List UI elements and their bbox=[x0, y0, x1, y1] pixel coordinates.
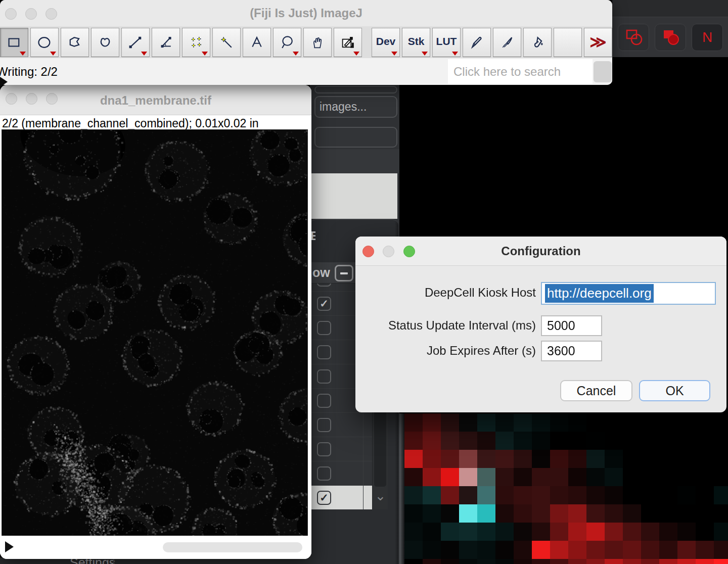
dropdown-arrow-icon bbox=[391, 52, 397, 56]
select-all-checkbox[interactable] bbox=[335, 265, 353, 281]
tool-rectangle[interactable] bbox=[0, 28, 28, 57]
image-window-title: dna1_membrane.tif bbox=[0, 93, 311, 108]
checkbox-unchecked[interactable] bbox=[317, 369, 331, 384]
desktop-button-shapes-filled-icon[interactable] bbox=[655, 24, 686, 51]
ok-button[interactable]: OK bbox=[639, 380, 710, 401]
panel-button-blank[interactable] bbox=[314, 127, 397, 148]
configuration-dialog: Configuration DeepCell Kiosk Host http:/… bbox=[355, 237, 726, 412]
search-side-box[interactable] bbox=[594, 61, 612, 82]
dropdown-arrow-icon bbox=[353, 52, 359, 56]
dropdown-arrow-icon bbox=[422, 52, 428, 56]
checkbox-checked[interactable]: ✓ bbox=[317, 297, 331, 311]
zoomed-pixel-image bbox=[404, 413, 728, 564]
dropdown-arrow-icon bbox=[293, 52, 299, 56]
more-tools-icon: ≫ bbox=[584, 32, 612, 52]
scroll-down-arrow-icon[interactable]: ⌄ bbox=[373, 488, 388, 504]
images-button-label: images... bbox=[320, 100, 367, 114]
desktop-button-n[interactable]: N bbox=[692, 24, 723, 51]
tool-polygon[interactable] bbox=[61, 28, 89, 57]
search-input[interactable] bbox=[448, 59, 593, 84]
cancel-button[interactable]: Cancel bbox=[560, 380, 632, 401]
dropdown-arrow-icon bbox=[20, 52, 26, 56]
interval-field-input[interactable] bbox=[541, 315, 602, 336]
tool-lut[interactable]: LUT bbox=[432, 28, 461, 57]
imagej-toolbar: DevStkLUT≫ bbox=[0, 26, 612, 58]
expires-field-label: Job Expires After (s) bbox=[364, 344, 536, 358]
panel-button-top-fragment[interactable] bbox=[314, 86, 397, 93]
tool-blank[interactable] bbox=[554, 28, 582, 57]
tool-picker[interactable] bbox=[334, 28, 362, 57]
show-column-label: ow bbox=[312, 265, 330, 280]
tool-wand[interactable] bbox=[212, 28, 241, 57]
dropdown-arrow-icon bbox=[141, 52, 147, 56]
imagej-titlebar[interactable]: (Fiji Is Just) ImageJ bbox=[0, 0, 612, 26]
imagej-status-row: Writing: 2/2 bbox=[0, 58, 612, 85]
desktop-menubar bbox=[612, 0, 728, 17]
panel-light-block bbox=[310, 173, 397, 219]
checkbox-unchecked[interactable] bbox=[317, 284, 331, 287]
image-window-titlebar[interactable]: dna1_membrane.tif bbox=[0, 85, 311, 115]
tool-oval[interactable] bbox=[30, 28, 59, 57]
tool-dev-label: Dev bbox=[372, 35, 399, 48]
tool-pencil[interactable] bbox=[463, 28, 491, 57]
tool-brush[interactable] bbox=[493, 28, 521, 57]
interval-field-label: Status Update Interval (ms) bbox=[364, 318, 536, 333]
tool-fill[interactable] bbox=[523, 28, 552, 57]
tool-stk[interactable]: Stk bbox=[402, 28, 430, 57]
tool-dev[interactable]: Dev bbox=[372, 28, 400, 57]
shapes-outline-icon bbox=[623, 28, 644, 47]
checkbox-unchecked[interactable] bbox=[317, 345, 331, 359]
dropdown-arrow-icon bbox=[452, 52, 458, 56]
checkbox-unchecked[interactable] bbox=[317, 321, 331, 335]
tool-angle[interactable] bbox=[152, 28, 180, 57]
background-window-edge bbox=[399, 413, 404, 564]
tool-zoom[interactable] bbox=[273, 28, 301, 57]
shapes-filled-icon bbox=[660, 28, 680, 47]
indeterminate-dash-icon bbox=[340, 272, 348, 274]
image-window-footer bbox=[0, 536, 311, 559]
checkbox-checked[interactable]: ✓ bbox=[317, 491, 331, 505]
tool-hand[interactable] bbox=[303, 28, 332, 57]
checkbox-unchecked[interactable] bbox=[317, 394, 331, 408]
checkbox-unchecked[interactable] bbox=[317, 442, 331, 456]
tool-lut-label: LUT bbox=[433, 35, 460, 48]
play-animation-icon[interactable] bbox=[5, 541, 14, 552]
n-icon: N bbox=[702, 29, 712, 45]
checkbox-unchecked[interactable] bbox=[317, 418, 331, 432]
panel-section bbox=[310, 149, 399, 173]
tool-stk-label: Stk bbox=[402, 35, 430, 48]
expires-field-input[interactable] bbox=[541, 341, 602, 361]
tool-text[interactable] bbox=[243, 28, 271, 57]
microscopy-image-canvas[interactable] bbox=[2, 130, 307, 536]
tool-freehand[interactable] bbox=[91, 28, 119, 57]
images-button[interactable]: images... bbox=[314, 96, 397, 118]
dropdown-arrow-icon bbox=[202, 52, 208, 56]
desktop-button-shapes-outline-icon[interactable] bbox=[618, 24, 649, 51]
tool-point[interactable] bbox=[182, 28, 210, 57]
checkbox-unchecked[interactable] bbox=[317, 466, 331, 481]
host-field-label: DeepCell Kiosk Host bbox=[364, 286, 536, 300]
host-field-input[interactable]: http://deepcell.org bbox=[541, 282, 716, 305]
dialog-titlebar[interactable]: Configuration bbox=[355, 237, 726, 266]
disclosure-triangle-icon bbox=[0, 77, 8, 87]
horizontal-scrollbar[interactable] bbox=[163, 542, 302, 552]
imagej-status-text: Writing: 2/2 bbox=[0, 65, 58, 79]
dropdown-arrow-icon bbox=[50, 52, 56, 56]
selected-text: http://deepcell.org bbox=[545, 284, 654, 303]
imagej-title: (Fiji Is Just) ImageJ bbox=[0, 6, 612, 20]
imagej-window: (Fiji Is Just) ImageJ DevStkLUT≫ Writing… bbox=[0, 0, 612, 85]
image-window: dna1_membrane.tif 2/2 (membrane_channel_… bbox=[0, 85, 311, 559]
desktop-toolbar: N bbox=[612, 17, 728, 57]
tool-line[interactable] bbox=[121, 28, 150, 57]
dialog-title: Configuration bbox=[355, 244, 726, 258]
tool-more[interactable]: ≫ bbox=[584, 28, 612, 57]
